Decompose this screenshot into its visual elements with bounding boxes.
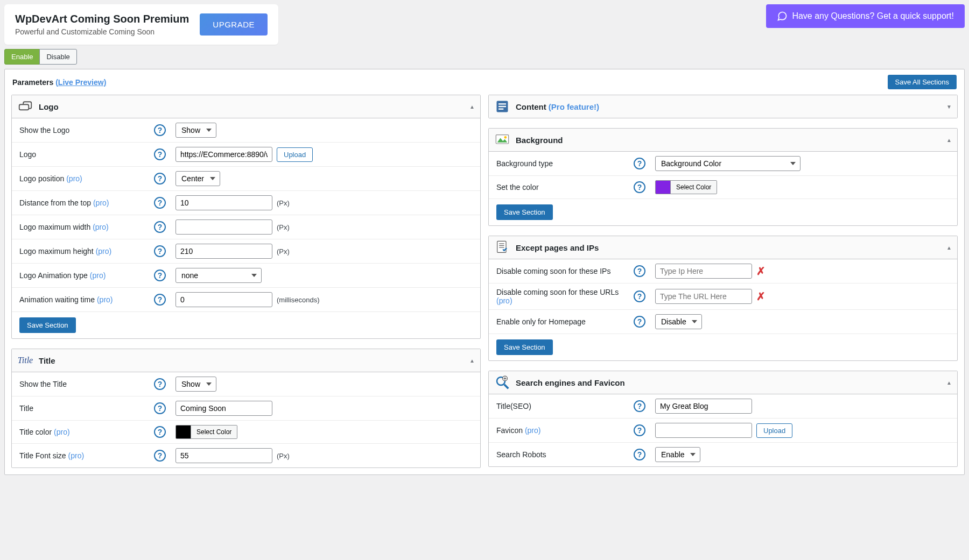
help-icon[interactable]: ? xyxy=(154,378,166,390)
help-icon[interactable]: ? xyxy=(634,181,645,193)
upgrade-button[interactable]: UPGRADE xyxy=(200,13,268,36)
anim-wait-input[interactable] xyxy=(175,292,272,307)
logo-max-height-input[interactable] xyxy=(175,244,272,259)
bg-color-swatch[interactable] xyxy=(656,181,671,194)
seo-section: Search engines and Favicon ▲ Title(SEO) … xyxy=(488,371,958,467)
logo-position-select[interactable]: Center xyxy=(175,171,220,186)
collapse-icon[interactable]: ▲ xyxy=(946,137,952,143)
anim-wait-label: Animation waiting time xyxy=(19,295,95,304)
ip-input[interactable] xyxy=(655,264,752,279)
title-section: Title Title ▲ Show the Title ? Show Titl… xyxy=(11,349,481,468)
title-input[interactable] xyxy=(175,401,272,416)
collapse-icon[interactable]: ▲ xyxy=(469,104,475,110)
help-icon[interactable]: ? xyxy=(154,402,166,414)
homepage-only-select[interactable]: Disable xyxy=(655,314,702,329)
background-section: Background ▲ Background type ? Backgroun… xyxy=(488,128,958,226)
unit-px: (Px) xyxy=(277,223,290,231)
delete-url-icon[interactable]: ✗ xyxy=(756,290,766,303)
help-icon[interactable]: ? xyxy=(154,124,166,136)
chat-icon xyxy=(777,11,788,22)
show-logo-label: Show the Logo xyxy=(19,126,154,134)
title-section-title: Title xyxy=(39,356,469,365)
logo-anim-type-select[interactable]: none xyxy=(175,268,262,283)
title-seo-label: Title(SEO) xyxy=(496,402,634,410)
save-logo-section-button[interactable]: Save Section xyxy=(19,317,76,333)
title-font-size-label: Title Font size xyxy=(19,451,66,460)
except-section: Except pages and IPs ▲ Disable coming so… xyxy=(488,236,958,361)
title-font-size-input[interactable] xyxy=(175,448,272,463)
pro-tag: (pro) xyxy=(68,451,85,460)
collapse-icon[interactable]: ▲ xyxy=(469,358,475,364)
help-icon[interactable]: ? xyxy=(634,158,645,169)
logo-max-width-label: Logo maximum width xyxy=(19,223,90,231)
unit-px: (Px) xyxy=(277,452,290,460)
bg-select-color-button[interactable]: Select Color xyxy=(671,181,717,194)
pro-tag: (pro) xyxy=(93,199,109,207)
title-color-swatch[interactable] xyxy=(176,426,191,438)
distance-top-input[interactable] xyxy=(175,195,272,210)
bg-color-label: Set the color xyxy=(496,183,634,192)
logo-url-input[interactable] xyxy=(175,147,272,162)
pro-tag: (pro) xyxy=(66,174,82,183)
title-seo-input[interactable] xyxy=(655,399,752,414)
collapse-icon[interactable]: ▲ xyxy=(946,380,952,386)
help-icon[interactable]: ? xyxy=(634,290,645,302)
help-icon[interactable]: ? xyxy=(634,316,645,328)
bg-type-label: Background type xyxy=(496,159,634,168)
show-logo-select[interactable]: Show xyxy=(175,123,216,138)
pro-tag: (pro) xyxy=(525,426,541,435)
seo-section-icon xyxy=(494,374,510,391)
promo-card: WpDevArt Coming Soon Premium Powerful an… xyxy=(4,4,278,45)
favicon-upload-button[interactable]: Upload xyxy=(756,423,792,438)
title-select-color-button[interactable]: Select Color xyxy=(191,426,237,438)
save-all-button[interactable]: Save All Sections xyxy=(888,75,957,89)
live-preview-link[interactable]: (Live Preview) xyxy=(55,78,106,87)
unit-ms: (milliseconds) xyxy=(277,296,319,304)
logo-url-label: Logo xyxy=(19,150,154,159)
logo-max-width-input[interactable] xyxy=(175,219,272,235)
help-icon[interactable]: ? xyxy=(154,426,166,438)
logo-upload-button[interactable]: Upload xyxy=(277,147,313,162)
logo-anim-type-label: Logo Animation type xyxy=(19,271,88,280)
help-icon[interactable]: ? xyxy=(634,424,645,436)
help-icon[interactable]: ? xyxy=(154,197,166,209)
collapse-icon[interactable]: ▲ xyxy=(946,245,952,251)
help-icon[interactable]: ? xyxy=(154,148,166,160)
bg-type-select[interactable]: Background Color xyxy=(655,156,801,171)
help-icon[interactable]: ? xyxy=(154,270,166,281)
save-except-section-button[interactable]: Save Section xyxy=(496,339,553,355)
except-section-title: Except pages and IPs xyxy=(516,243,946,252)
expand-icon[interactable]: ▼ xyxy=(946,104,952,110)
save-background-section-button[interactable]: Save Section xyxy=(496,204,553,220)
enable-toggle[interactable]: Enable xyxy=(4,49,40,65)
svg-point-7 xyxy=(504,136,507,139)
help-icon[interactable]: ? xyxy=(634,400,645,412)
url-input[interactable] xyxy=(655,289,752,304)
favicon-input[interactable] xyxy=(655,423,752,438)
logo-max-height-label: Logo maximum height xyxy=(19,247,94,256)
delete-ip-icon[interactable]: ✗ xyxy=(756,265,766,278)
help-icon[interactable]: ? xyxy=(154,245,166,257)
help-icon[interactable]: ? xyxy=(634,265,645,277)
favicon-label: Favicon xyxy=(496,426,523,435)
svg-rect-0 xyxy=(19,104,29,110)
svg-rect-3 xyxy=(498,106,506,107)
show-title-select[interactable]: Show xyxy=(175,377,216,392)
disable-toggle[interactable]: Disable xyxy=(39,49,76,65)
svg-line-13 xyxy=(504,385,509,389)
unit-px: (Px) xyxy=(277,247,290,256)
pro-feature-tag: (Pro feature!) xyxy=(549,102,599,111)
pro-tag: (pro) xyxy=(93,223,109,231)
title-color-label: Title color xyxy=(19,428,52,436)
help-icon[interactable]: ? xyxy=(154,294,166,306)
help-icon[interactable]: ? xyxy=(154,173,166,185)
title-field-label: Title xyxy=(19,404,154,413)
unit-px: (Px) xyxy=(277,199,290,207)
pro-tag: (pro) xyxy=(97,295,113,304)
help-icon[interactable]: ? xyxy=(634,449,645,460)
support-button[interactable]: Have any Questions? Get a quick support! xyxy=(766,4,965,28)
help-icon[interactable]: ? xyxy=(154,450,166,462)
search-robots-select[interactable]: Enable xyxy=(655,447,700,462)
help-icon[interactable]: ? xyxy=(154,221,166,233)
svg-rect-4 xyxy=(498,109,503,110)
